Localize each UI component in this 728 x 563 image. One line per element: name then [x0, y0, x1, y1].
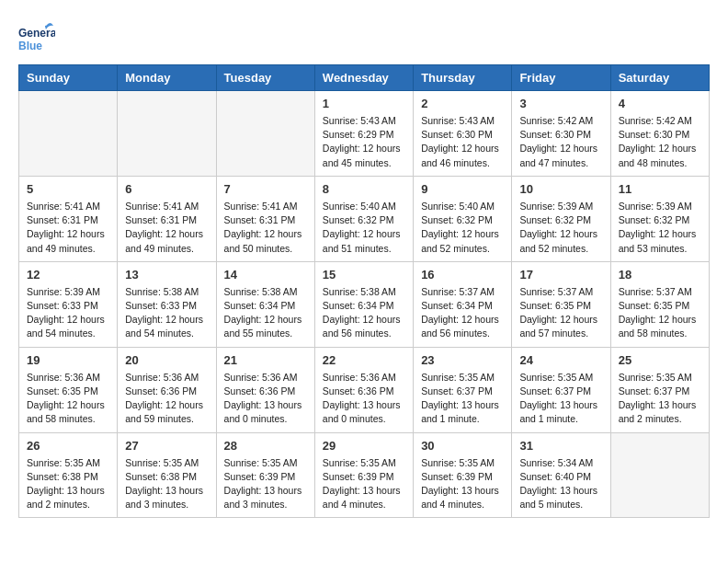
calendar-cell: 6Sunrise: 5:41 AM Sunset: 6:31 PM Daylig… [118, 176, 216, 261]
day-number: 21 [224, 353, 307, 367]
day-info: Sunrise: 5:42 AM Sunset: 6:30 PM Dayligh… [519, 114, 602, 170]
calendar-cell: 17Sunrise: 5:37 AM Sunset: 6:35 PM Dayli… [512, 261, 610, 347]
calendar-cell: 1Sunrise: 5:43 AM Sunset: 6:29 PM Daylig… [314, 91, 413, 177]
weekday-header: Saturday [610, 65, 709, 91]
weekday-header: Sunday [19, 65, 118, 91]
day-info: Sunrise: 5:35 AM Sunset: 6:39 PM Dayligh… [323, 456, 405, 512]
calendar-cell: 30Sunrise: 5:35 AM Sunset: 6:39 PM Dayli… [414, 432, 512, 518]
day-info: Sunrise: 5:37 AM Sunset: 6:35 PM Dayligh… [619, 285, 701, 341]
calendar-cell: 4Sunrise: 5:42 AM Sunset: 6:30 PM Daylig… [610, 91, 709, 177]
day-number: 31 [519, 439, 602, 453]
calendar-cell: 5Sunrise: 5:41 AM Sunset: 6:31 PM Daylig… [19, 176, 118, 261]
calendar-cell: 18Sunrise: 5:37 AM Sunset: 6:35 PM Dayli… [610, 261, 709, 347]
calendar-week-row: 26Sunrise: 5:35 AM Sunset: 6:38 PM Dayli… [19, 432, 710, 518]
calendar-cell: 15Sunrise: 5:38 AM Sunset: 6:34 PM Dayli… [314, 261, 413, 347]
calendar-cell: 11Sunrise: 5:39 AM Sunset: 6:32 PM Dayli… [610, 176, 709, 261]
day-info: Sunrise: 5:34 AM Sunset: 6:40 PM Dayligh… [519, 456, 602, 512]
day-info: Sunrise: 5:35 AM Sunset: 6:37 PM Dayligh… [619, 371, 701, 427]
calendar-cell: 28Sunrise: 5:35 AM Sunset: 6:39 PM Dayli… [216, 432, 314, 518]
weekday-header: Tuesday [216, 65, 314, 91]
day-number: 18 [619, 268, 701, 282]
calendar-cell: 23Sunrise: 5:35 AM Sunset: 6:37 PM Dayli… [414, 347, 512, 432]
day-number: 6 [125, 182, 208, 196]
day-info: Sunrise: 5:37 AM Sunset: 6:35 PM Dayligh… [519, 285, 602, 341]
day-number: 4 [619, 97, 701, 110]
calendar-cell: 12Sunrise: 5:39 AM Sunset: 6:33 PM Dayli… [19, 261, 118, 347]
day-info: Sunrise: 5:35 AM Sunset: 6:37 PM Dayligh… [519, 371, 602, 427]
day-info: Sunrise: 5:41 AM Sunset: 6:31 PM Dayligh… [125, 200, 208, 256]
day-info: Sunrise: 5:39 AM Sunset: 6:32 PM Dayligh… [519, 200, 602, 256]
day-number: 9 [421, 182, 504, 196]
calendar-cell: 13Sunrise: 5:38 AM Sunset: 6:33 PM Dayli… [118, 261, 216, 347]
calendar-cell: 20Sunrise: 5:36 AM Sunset: 6:36 PM Dayli… [118, 347, 216, 432]
day-number: 13 [125, 268, 208, 282]
day-info: Sunrise: 5:40 AM Sunset: 6:32 PM Dayligh… [421, 200, 504, 256]
day-info: Sunrise: 5:35 AM Sunset: 6:38 PM Dayligh… [125, 456, 208, 512]
day-number: 5 [27, 182, 109, 196]
calendar-cell: 8Sunrise: 5:40 AM Sunset: 6:32 PM Daylig… [314, 176, 413, 261]
svg-text:Blue: Blue [18, 40, 42, 52]
day-number: 11 [619, 182, 701, 196]
calendar-cell: 3Sunrise: 5:42 AM Sunset: 6:30 PM Daylig… [512, 91, 610, 177]
day-number: 2 [421, 97, 504, 110]
day-info: Sunrise: 5:37 AM Sunset: 6:34 PM Dayligh… [421, 285, 504, 341]
day-info: Sunrise: 5:38 AM Sunset: 6:34 PM Dayligh… [224, 285, 307, 341]
svg-text:General: General [18, 27, 55, 40]
day-info: Sunrise: 5:35 AM Sunset: 6:37 PM Dayligh… [421, 371, 504, 427]
day-number: 10 [519, 182, 602, 196]
weekday-header: Wednesday [314, 65, 413, 91]
calendar-cell: 31Sunrise: 5:34 AM Sunset: 6:40 PM Dayli… [512, 432, 610, 518]
calendar-cell: 29Sunrise: 5:35 AM Sunset: 6:39 PM Dayli… [314, 432, 413, 518]
calendar-cell: 26Sunrise: 5:35 AM Sunset: 6:38 PM Dayli… [19, 432, 118, 518]
day-number: 17 [519, 268, 602, 282]
day-info: Sunrise: 5:38 AM Sunset: 6:34 PM Dayligh… [323, 285, 405, 341]
logo-icon: General Blue [18, 18, 55, 55]
calendar-cell: 2Sunrise: 5:43 AM Sunset: 6:30 PM Daylig… [414, 91, 512, 177]
weekday-header-row: SundayMondayTuesdayWednesdayThursdayFrid… [19, 65, 710, 91]
calendar-cell [118, 91, 216, 177]
day-number: 1 [323, 97, 405, 110]
calendar-cell: 19Sunrise: 5:36 AM Sunset: 6:35 PM Dayli… [19, 347, 118, 432]
calendar-cell [216, 91, 314, 177]
day-info: Sunrise: 5:35 AM Sunset: 6:38 PM Dayligh… [27, 456, 109, 512]
calendar-cell: 10Sunrise: 5:39 AM Sunset: 6:32 PM Dayli… [512, 176, 610, 261]
calendar-cell: 22Sunrise: 5:36 AM Sunset: 6:36 PM Dayli… [314, 347, 413, 432]
day-number: 7 [224, 182, 307, 196]
day-info: Sunrise: 5:41 AM Sunset: 6:31 PM Dayligh… [224, 200, 307, 256]
day-number: 14 [224, 268, 307, 282]
day-number: 16 [421, 268, 504, 282]
page-header: General Blue [18, 18, 710, 55]
day-info: Sunrise: 5:42 AM Sunset: 6:30 PM Dayligh… [619, 114, 701, 170]
day-number: 30 [421, 439, 504, 453]
day-number: 26 [27, 439, 109, 453]
day-info: Sunrise: 5:43 AM Sunset: 6:29 PM Dayligh… [323, 114, 405, 170]
calendar-cell [19, 91, 118, 177]
day-number: 29 [323, 439, 405, 453]
day-number: 8 [323, 182, 405, 196]
day-number: 12 [27, 268, 109, 282]
calendar-cell: 9Sunrise: 5:40 AM Sunset: 6:32 PM Daylig… [414, 176, 512, 261]
day-info: Sunrise: 5:36 AM Sunset: 6:36 PM Dayligh… [323, 371, 405, 427]
day-number: 27 [125, 439, 208, 453]
calendar-cell [610, 432, 709, 518]
calendar-week-row: 12Sunrise: 5:39 AM Sunset: 6:33 PM Dayli… [19, 261, 710, 347]
day-number: 25 [619, 353, 701, 367]
day-number: 24 [519, 353, 602, 367]
day-info: Sunrise: 5:39 AM Sunset: 6:33 PM Dayligh… [27, 285, 109, 341]
logo: General Blue [18, 18, 59, 55]
calendar-week-row: 1Sunrise: 5:43 AM Sunset: 6:29 PM Daylig… [19, 91, 710, 177]
day-number: 23 [421, 353, 504, 367]
weekday-header: Thursday [414, 65, 512, 91]
day-info: Sunrise: 5:35 AM Sunset: 6:39 PM Dayligh… [421, 456, 504, 512]
calendar-cell: 25Sunrise: 5:35 AM Sunset: 6:37 PM Dayli… [610, 347, 709, 432]
day-number: 3 [519, 97, 602, 110]
calendar-cell: 21Sunrise: 5:36 AM Sunset: 6:36 PM Dayli… [216, 347, 314, 432]
day-number: 28 [224, 439, 307, 453]
calendar-table: SundayMondayTuesdayWednesdayThursdayFrid… [18, 64, 710, 518]
day-info: Sunrise: 5:41 AM Sunset: 6:31 PM Dayligh… [27, 200, 109, 256]
calendar-cell: 7Sunrise: 5:41 AM Sunset: 6:31 PM Daylig… [216, 176, 314, 261]
weekday-header: Friday [512, 65, 610, 91]
day-info: Sunrise: 5:40 AM Sunset: 6:32 PM Dayligh… [323, 200, 405, 256]
day-info: Sunrise: 5:36 AM Sunset: 6:36 PM Dayligh… [224, 371, 307, 427]
calendar-week-row: 19Sunrise: 5:36 AM Sunset: 6:35 PM Dayli… [19, 347, 710, 432]
